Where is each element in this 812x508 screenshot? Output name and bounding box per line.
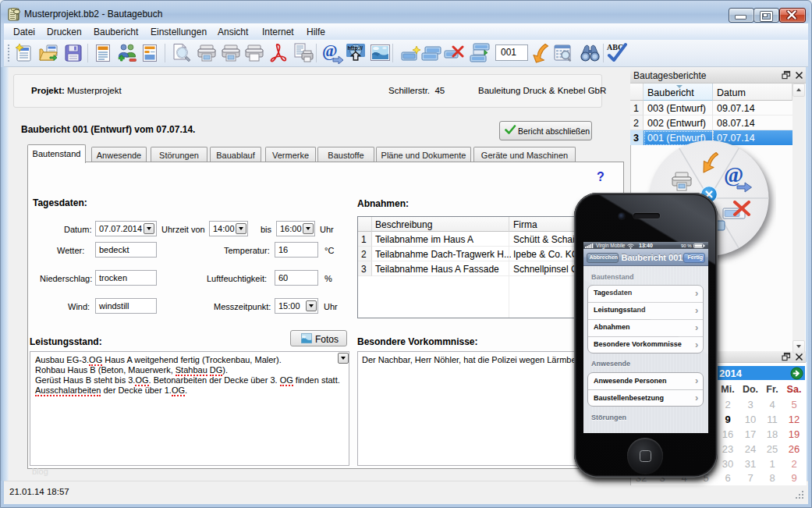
svg-text:http://: http:// [348,45,363,52]
svg-text:@: @ [322,42,338,60]
svg-text:@: @ [724,163,743,187]
